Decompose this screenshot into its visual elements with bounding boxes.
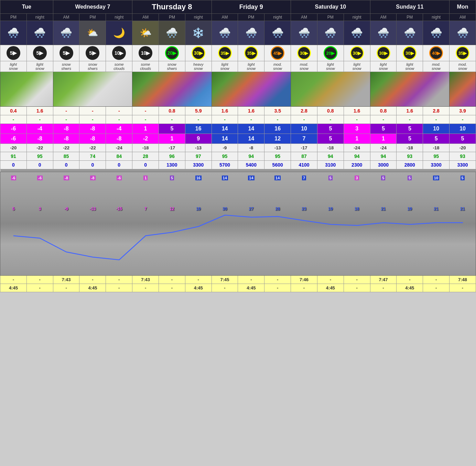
depth-wed-night: 0	[106, 161, 132, 169]
temp-feel-fri-pm: 14	[238, 134, 264, 144]
temp-high-mon-am: 10	[450, 124, 476, 134]
wind-sun-pm: 30▶	[397, 45, 423, 61]
desc-wed-night: someclouds	[106, 61, 132, 72]
icon-sat-am: 🌨️	[291, 21, 317, 45]
rh-wed-pm: 74	[79, 152, 106, 161]
temp-low-wed-pm: -22	[79, 144, 106, 152]
rh-thu-am: 28	[132, 152, 159, 161]
sunset-wed-am: -	[53, 284, 79, 292]
map-fri	[212, 72, 291, 107]
sunset-tue-night: -	[26, 284, 53, 292]
sunrise-sun-pm: -	[397, 276, 423, 284]
period-tue-pm: PM	[0, 14, 27, 21]
wind-badge-thu-pm: 20▶	[165, 46, 179, 60]
temp-low-sun-pm: -18	[397, 144, 423, 152]
temp-feel-wed-night: -8	[106, 134, 132, 144]
day-thu: Thursday 8	[132, 0, 212, 14]
snow-sun-am: 0.8	[370, 107, 397, 115]
weather-icon-thu-night: ❄️	[186, 27, 211, 39]
wind-badge-sun-am: 30▶	[377, 46, 390, 60]
rh-sat-night: 94	[344, 152, 370, 161]
rh-sun-night: 95	[423, 152, 450, 161]
rain-tue-pm: -	[0, 115, 27, 124]
desc-fri-night: mod.snow	[264, 61, 291, 72]
icon-tue-night: 🌨️	[26, 21, 53, 45]
wind-row: 5▶ 5▶ 5▶ 5▶ 10▶ 10▶ 20▶ 30▶ 35▶ 35▶ 45▶	[0, 45, 476, 61]
depth-sun-night: 3300	[423, 161, 450, 169]
temp-high-fri-pm: 14	[238, 124, 264, 134]
icon-wed-pm: ⛅	[79, 21, 106, 45]
rh-fri-am: 95	[212, 152, 238, 161]
temp-feel-fri-night: 12	[264, 134, 291, 144]
temp-line-chart	[0, 172, 476, 275]
depth-fri-night: 5600	[264, 161, 291, 169]
sunset-tue-pm: 4:45	[0, 284, 27, 292]
desc-sat-am: mod.snow	[291, 61, 317, 72]
depth-fri-pm: 5400	[238, 161, 264, 169]
snow-row: 0.4 1.6 - - - - 0.8 5.9 1.6 1.6 3.5 2.8 …	[0, 107, 476, 115]
snow-sat-am: 2.8	[291, 107, 317, 115]
temp-feel-sat-night: 1	[344, 134, 370, 144]
snow-sat-night: 1.6	[344, 107, 370, 115]
desc-sun-am: lightsnow	[370, 61, 397, 72]
period-sat-am: AM	[291, 14, 317, 21]
rain-wed-pm: -	[79, 115, 106, 124]
sunrise-wed-pm: -	[79, 276, 106, 284]
temp-low-mon-am: -20	[450, 144, 476, 152]
sunrise-sat-night: -	[344, 276, 370, 284]
temp-feel-sat-pm: 5	[317, 134, 344, 144]
temp-feel-sun-am: 1	[370, 134, 397, 144]
temp-low-thu-night: -13	[185, 144, 212, 152]
wind-badge-sat-pm: 20▶	[324, 46, 337, 60]
sunset-thu-night: 4:45	[185, 284, 212, 292]
desc-sat-night: lightsnow	[344, 61, 370, 72]
snow-mon-am: 3.9	[450, 107, 476, 115]
snow-fri-night: 3.5	[264, 107, 291, 115]
rain-fri-pm: -	[238, 115, 264, 124]
wind-wed-am: 5▶	[53, 45, 79, 61]
wind-tue-pm: 5▶	[0, 45, 27, 61]
sunset-sat-am: -	[291, 284, 317, 292]
icon-tue-pm: 🌨️	[0, 21, 27, 45]
temp-feel-tue-pm: -6	[0, 134, 27, 144]
desc-thu-pm: snowshwrs	[159, 61, 185, 72]
sunset-fri-am: -	[212, 284, 238, 292]
depth-sat-am: 4100	[291, 161, 317, 169]
desc-sat-pm: lightsnow	[317, 61, 344, 72]
rain-sun-am: -	[370, 115, 397, 124]
map-visual-sat	[291, 72, 370, 106]
sunrise-thu-pm: -	[159, 276, 185, 284]
temp-high-sat-pm: 5	[317, 124, 344, 134]
temp-high-tue-pm: -6	[0, 124, 27, 134]
map-thu	[132, 72, 212, 107]
depth-sat-night: 2300	[344, 161, 370, 169]
weather-icon-fri-am: 🌨️	[213, 27, 237, 39]
depth-row: 0 0 0 0 0 0 1300 3300 5700 5400 5600 410…	[0, 161, 476, 169]
temp-low-wed-am: -22	[53, 144, 79, 152]
satellite-chart: -6 -6 -8 -8 -6 1 5 16 14 14 14 7 5 3 5 5	[0, 172, 476, 276]
sunset-sun-am: -	[370, 284, 397, 292]
rh-sat-pm: 94	[317, 152, 344, 161]
period-thu-pm: PM	[159, 14, 185, 21]
temp-high-wed-pm: -8	[79, 124, 106, 134]
desc-tue-night: lightsnow	[26, 61, 53, 72]
weather-icon-wed-pm: ⛅	[80, 28, 105, 38]
sunset-row: 4:45 - - 4:45 - - - 4:45 - 4:45 - - 4:45…	[0, 284, 476, 292]
weather-icon-thu-am: 🌤️	[133, 27, 158, 39]
rh-sat-am: 87	[291, 152, 317, 161]
temp-high-sat-am: 10	[291, 124, 317, 134]
period-tue-night: night	[26, 14, 53, 21]
depth-fri-am: 5700	[212, 161, 238, 169]
sunset-thu-am: -	[132, 284, 159, 292]
wind-sat-pm: 20▶	[317, 45, 344, 61]
map-row	[0, 72, 476, 107]
period-fri-am: AM	[212, 14, 238, 21]
wind-sun-night: 40▶	[423, 45, 450, 61]
temp-low-tue-pm: -20	[0, 144, 27, 152]
depth-sat-pm: 3100	[317, 161, 344, 169]
icon-sat-night: 🌨️	[344, 21, 370, 45]
temp-high-fri-night: 16	[264, 124, 291, 134]
temp-feel-thu-am: -2	[132, 134, 159, 144]
wind-badge-tue-night: 5▶	[33, 46, 47, 60]
period-wed-pm: PM	[79, 14, 106, 21]
